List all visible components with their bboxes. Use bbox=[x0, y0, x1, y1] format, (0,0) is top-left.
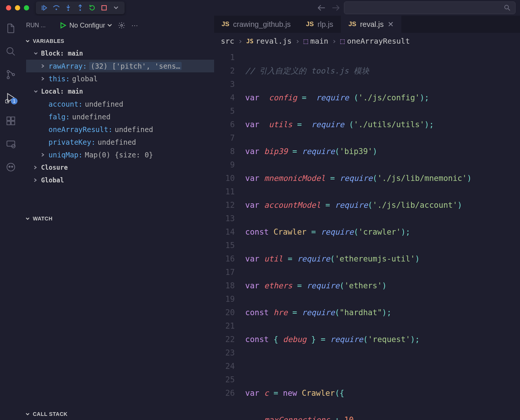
svg-rect-13 bbox=[11, 117, 15, 120]
chevron-right-icon bbox=[41, 76, 45, 81]
chevron-down-icon bbox=[34, 51, 38, 56]
js-icon: JS bbox=[348, 21, 356, 28]
activity-bar: 1 bbox=[0, 16, 22, 420]
chevron-right-icon bbox=[41, 64, 45, 68]
symbol-icon: ⬚ bbox=[304, 37, 308, 46]
scope-local[interactable]: Local: main bbox=[26, 85, 214, 98]
step-out-button[interactable] bbox=[76, 4, 84, 12]
svg-point-2 bbox=[79, 9, 81, 11]
variables-section-header[interactable]: VARIABLES bbox=[22, 35, 214, 47]
debug-config-select[interactable]: No Configur bbox=[69, 22, 112, 29]
svg-point-16 bbox=[7, 163, 15, 171]
svg-rect-3 bbox=[102, 6, 106, 10]
chevron-down-icon bbox=[34, 89, 38, 94]
chevron-right-icon bbox=[34, 178, 37, 182]
editor-area: JS crawing_github.js JS rlp.js JS reval.… bbox=[214, 16, 520, 420]
svg-point-19 bbox=[121, 25, 123, 26]
var-account[interactable]: account: undefined bbox=[26, 98, 214, 110]
svg-rect-10 bbox=[7, 117, 10, 120]
scope-global[interactable]: Global bbox=[26, 174, 214, 187]
svg-point-6 bbox=[7, 70, 9, 73]
svg-point-5 bbox=[7, 48, 13, 54]
watch-section-header[interactable]: WATCH bbox=[22, 213, 214, 225]
stop-button[interactable] bbox=[100, 4, 108, 12]
line-gutter: 1234567891011121314151617181920212223242… bbox=[214, 51, 245, 420]
js-icon: JS bbox=[306, 21, 314, 28]
var-this[interactable]: this: global bbox=[26, 72, 214, 85]
svg-rect-11 bbox=[7, 121, 10, 125]
variables-tree: Block: main rawArray: (32) ['pitch', 'se… bbox=[22, 47, 214, 187]
svg-rect-12 bbox=[11, 121, 15, 125]
js-icon: JS bbox=[222, 21, 229, 28]
symbol-icon: ⬚ bbox=[340, 37, 345, 46]
search-icon bbox=[504, 4, 511, 11]
svg-point-4 bbox=[505, 5, 508, 9]
chevron-down-icon bbox=[107, 24, 112, 27]
traffic-lights bbox=[0, 5, 29, 10]
svg-point-8 bbox=[12, 73, 15, 76]
step-over-button[interactable] bbox=[52, 4, 60, 12]
restart-button[interactable] bbox=[88, 4, 96, 12]
step-into-button[interactable] bbox=[64, 4, 72, 12]
window-titlebar bbox=[0, 0, 520, 16]
callstack-section-header[interactable]: CALL STACK bbox=[22, 408, 214, 420]
breadcrumb[interactable]: src › JSreval.js › ⬚main › ⬚oneArrayResu… bbox=[214, 33, 520, 49]
code-content[interactable]: // 引入自定义的 tools.js 模块 var config = requi… bbox=[245, 51, 520, 420]
copilot-tab[interactable] bbox=[5, 161, 17, 173]
close-tab-button[interactable]: ✕ bbox=[388, 20, 394, 29]
continue-button[interactable] bbox=[40, 4, 48, 12]
chevron-down-icon bbox=[25, 412, 30, 416]
nav-back-button[interactable] bbox=[318, 5, 325, 11]
chevron-down-icon bbox=[25, 216, 30, 221]
debug-badge: 1 bbox=[11, 98, 18, 104]
debug-sidebar: RUN ... No Configur ⋯ VARIABLES Block: m… bbox=[22, 16, 214, 420]
breadcrumb-src[interactable]: src bbox=[221, 37, 234, 46]
scope-closure[interactable]: Closure bbox=[26, 161, 214, 174]
tab-rlp[interactable]: JS rlp.js bbox=[298, 16, 341, 33]
js-icon: JS bbox=[246, 38, 253, 45]
remote-tab[interactable] bbox=[5, 138, 17, 150]
breadcrumb-main[interactable]: ⬚main bbox=[304, 37, 328, 46]
maximize-window-button[interactable] bbox=[24, 5, 29, 10]
chevron-down-icon bbox=[25, 39, 30, 43]
svg-point-0 bbox=[56, 9, 57, 10]
explorer-tab[interactable] bbox=[5, 22, 17, 34]
var-oneArrayResult[interactable]: oneArrayResult: undefined bbox=[26, 123, 214, 136]
debug-more-dropdown[interactable] bbox=[112, 4, 120, 12]
svg-point-1 bbox=[68, 9, 69, 11]
breadcrumb-file[interactable]: JSreval.js bbox=[246, 37, 292, 46]
sidebar-title: RUN ... bbox=[26, 22, 57, 29]
close-window-button[interactable] bbox=[6, 5, 11, 10]
scope-block[interactable]: Block: main bbox=[26, 47, 214, 60]
command-search-input[interactable] bbox=[344, 1, 516, 14]
svg-point-18 bbox=[12, 166, 13, 167]
chevron-right-icon bbox=[41, 153, 45, 157]
nav-forward-button[interactable] bbox=[332, 5, 339, 11]
minimize-window-button[interactable] bbox=[15, 5, 20, 10]
breadcrumb-oneArrayResult[interactable]: ⬚oneArrayResult bbox=[340, 37, 410, 46]
svg-point-7 bbox=[7, 76, 9, 79]
run-debug-tab[interactable]: 1 bbox=[5, 92, 17, 104]
var-falg[interactable]: falg: undefined bbox=[26, 110, 214, 123]
search-tab[interactable] bbox=[5, 46, 17, 57]
start-debug-button[interactable] bbox=[60, 22, 66, 29]
editor-tabs: JS crawing_github.js JS rlp.js JS reval.… bbox=[214, 16, 520, 33]
debug-settings-button[interactable] bbox=[118, 22, 125, 29]
var-privateKey[interactable]: privateKey: undefined bbox=[26, 136, 214, 148]
svg-rect-14 bbox=[7, 141, 15, 146]
tab-reval[interactable]: JS reval.js ✕ bbox=[341, 16, 401, 33]
chevron-right-icon bbox=[34, 165, 37, 170]
var-uniqMap[interactable]: uniqMap: Map(0) {size: 0} bbox=[26, 148, 214, 161]
debug-toolbar bbox=[36, 1, 125, 14]
source-control-tab[interactable] bbox=[5, 69, 17, 81]
code-editor[interactable]: 1234567891011121314151617181920212223242… bbox=[214, 49, 520, 420]
extensions-tab[interactable] bbox=[5, 115, 17, 127]
debug-more-button[interactable]: ⋯ bbox=[131, 21, 138, 29]
tab-crawing-github[interactable]: JS crawing_github.js bbox=[214, 16, 298, 33]
var-rawArray[interactable]: rawArray: (32) ['pitch', 'sens… bbox=[26, 60, 214, 72]
svg-point-17 bbox=[9, 166, 10, 167]
